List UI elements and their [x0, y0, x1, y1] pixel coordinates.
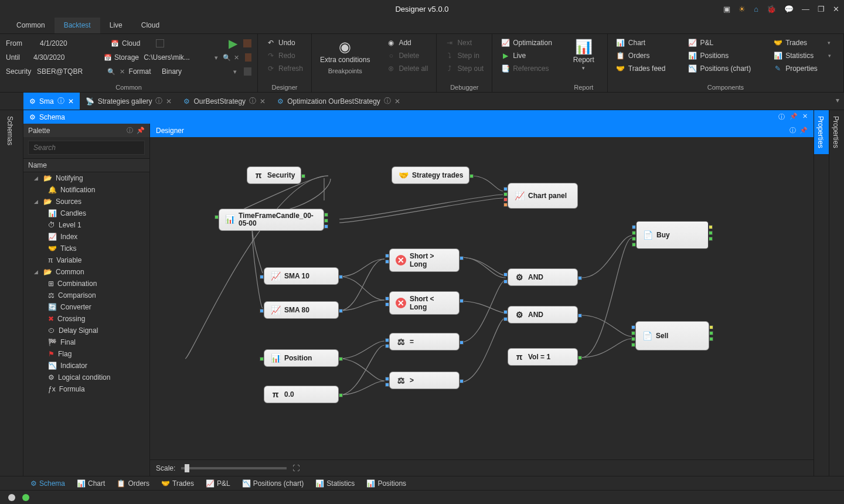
- info-icon[interactable]: ⓘ: [57, 96, 64, 106]
- palette-folder[interactable]: ◢📂Sources: [23, 196, 149, 207]
- node-timeframe[interactable]: 📊 TimeFrameCandle_00-05-00: [219, 209, 324, 231]
- tabs-dropdown-icon[interactable]: ▾: [836, 96, 839, 104]
- node-sma10[interactable]: 📈 SMA 10: [264, 267, 339, 285]
- palette-item[interactable]: 📈Index: [23, 231, 149, 243]
- palette-item[interactable]: ⏲Delay Signal: [23, 325, 149, 336]
- calendar-icon[interactable]: 📅: [104, 53, 112, 62]
- scale-slider[interactable]: [181, 467, 287, 469]
- node-position[interactable]: 📊 Position: [264, 349, 339, 367]
- node-zero[interactable]: π 0.0: [264, 386, 339, 403]
- palette-item[interactable]: ⊞Combination: [23, 278, 149, 290]
- orders-component-button[interactable]: 📋Orders: [614, 49, 668, 62]
- bottom-tab[interactable]: 📈P&L: [201, 478, 235, 489]
- palette-item[interactable]: ⚖Comparison: [23, 290, 149, 301]
- format-input[interactable]: [159, 66, 229, 77]
- info-icon[interactable]: ⓘ: [249, 96, 256, 106]
- tab-cloud[interactable]: Cloud: [132, 18, 169, 33]
- search-icon[interactable]: 🔍: [107, 67, 115, 76]
- palette-item[interactable]: ⏱Level 1: [23, 219, 149, 231]
- doc-tab-sma[interactable]: ⚙ Sma ⓘ ✕: [23, 93, 80, 110]
- live-button[interactable]: ▶Live: [498, 49, 554, 62]
- undo-button[interactable]: ↶Undo: [264, 36, 305, 49]
- color-indicator-2[interactable]: [245, 53, 251, 62]
- node-vol1[interactable]: π Vol = 1: [508, 348, 578, 366]
- step-out-button[interactable]: ⤴Step out: [443, 62, 486, 75]
- palette-item[interactable]: ƒxFormula: [23, 383, 149, 395]
- bottom-tab[interactable]: ⚙Schema: [26, 478, 70, 489]
- properties-side-tab-1[interactable]: Properties: [814, 110, 829, 154]
- close-icon[interactable]: ✕: [166, 97, 172, 105]
- next-button[interactable]: ⇥Next: [443, 36, 486, 49]
- references-button[interactable]: 📑References: [498, 62, 554, 75]
- clear-icon[interactable]: ✕: [233, 53, 240, 62]
- bug-icon[interactable]: 🐞: [767, 5, 776, 13]
- node-sell[interactable]: 📄 Sell: [635, 321, 709, 350]
- node-security[interactable]: π Security: [247, 166, 301, 184]
- doc-tab-gallery[interactable]: 📡 Strategies gallery ⓘ ✕: [80, 93, 178, 110]
- designer-canvas[interactable]: π Security 📊 TimeFrameCandle_00-05-00 📈: [150, 137, 814, 459]
- calendar-icon[interactable]: 📅: [110, 39, 120, 48]
- node-chart-panel[interactable]: 📈 Chart panel: [508, 183, 578, 209]
- security-input[interactable]: [35, 66, 105, 77]
- trades-component-button[interactable]: 🤝Trades▾: [771, 36, 833, 49]
- node-short-gt-long[interactable]: ✕ Short > Long: [389, 248, 460, 272]
- add-breakpoint-button[interactable]: ◉Add: [384, 36, 430, 49]
- palette-item[interactable]: 📉Indicator: [23, 360, 149, 372]
- from-input[interactable]: [38, 38, 108, 49]
- until-input[interactable]: [31, 52, 101, 63]
- report-button[interactable]: 📊 Report ▾: [566, 36, 601, 73]
- extra-conditions-button[interactable]: ◉ Extra conditions: [315, 36, 375, 66]
- node-strategy-trades[interactable]: 🤝 Strategy trades: [392, 166, 469, 184]
- redo-button[interactable]: ↷Redo: [264, 49, 305, 62]
- pin-icon[interactable]: 📌: [799, 127, 808, 134]
- bottom-tab[interactable]: 📋Orders: [112, 478, 154, 489]
- pin-icon[interactable]: 📌: [789, 113, 798, 121]
- properties-component-button[interactable]: ✎Properties: [771, 62, 833, 75]
- dropdown-icon[interactable]: ▾: [213, 53, 220, 62]
- tab-backtest[interactable]: Backtest: [55, 18, 100, 33]
- color-indicator-1[interactable]: [243, 39, 251, 47]
- palette-folder[interactable]: ◢📂Common: [23, 266, 149, 278]
- home-icon[interactable]: ⌂: [754, 5, 758, 13]
- palette-item[interactable]: ✖Crossing: [23, 313, 149, 325]
- play-button[interactable]: ▶: [225, 36, 241, 50]
- status-dot-1[interactable]: [8, 494, 15, 501]
- node-eq[interactable]: ⚖ =: [389, 333, 460, 350]
- palette-search-input[interactable]: [28, 141, 145, 155]
- close-icon[interactable]: ✕: [833, 5, 839, 13]
- palette-item[interactable]: ⚑Flag: [23, 348, 149, 360]
- step-in-button[interactable]: ⤵Step in: [443, 49, 486, 62]
- palette-item[interactable]: 🏁Final: [23, 336, 149, 348]
- positions-chart-button[interactable]: 📉Positions (chart): [685, 62, 753, 75]
- properties-side-tab-2[interactable]: Properties: [829, 110, 844, 154]
- node-and2[interactable]: ⚙ AND: [508, 306, 578, 323]
- bottom-tab[interactable]: 📊Positions: [362, 478, 411, 489]
- refresh-button[interactable]: ⟳Refresh: [264, 62, 305, 75]
- close-icon[interactable]: ✕: [802, 113, 808, 121]
- palette-folder[interactable]: ◢📂Notifying: [23, 172, 149, 184]
- bottom-tab[interactable]: 🤝Trades: [156, 478, 199, 489]
- optimization-button[interactable]: 📈Optimization: [498, 36, 554, 49]
- help-icon[interactable]: ⓘ: [127, 126, 133, 135]
- help-icon[interactable]: ⓘ: [778, 113, 785, 121]
- close-icon[interactable]: ✕: [394, 97, 400, 105]
- palette-item[interactable]: 🔔Notification: [23, 184, 149, 196]
- chart-component-button[interactable]: 📊Chart: [614, 36, 668, 49]
- info-icon[interactable]: ⓘ: [384, 96, 391, 106]
- search-icon[interactable]: 🔍: [223, 53, 231, 62]
- node-short-lt-long[interactable]: ✕ Short < Long: [389, 291, 460, 315]
- positions-component-button[interactable]: 📊Positions: [685, 49, 753, 62]
- doc-tab-ourbest[interactable]: ⚙ OurBestStrategy ⓘ ✕: [178, 93, 271, 110]
- clear-icon[interactable]: ✕: [118, 67, 126, 76]
- delete-breakpoint-button[interactable]: ○Delete: [384, 49, 430, 62]
- palette-item[interactable]: 📊Candles: [23, 207, 149, 219]
- tab-common[interactable]: Common: [7, 18, 55, 33]
- node-and1[interactable]: ⚙ AND: [508, 268, 578, 286]
- bottom-tab[interactable]: 📊Statistics: [311, 478, 359, 489]
- palette-item[interactable]: 🤝Ticks: [23, 243, 149, 254]
- storage-input[interactable]: [141, 52, 210, 63]
- palette-item[interactable]: πVariable: [23, 254, 149, 266]
- cloud-checkbox[interactable]: [156, 39, 164, 47]
- close-icon[interactable]: ✕: [260, 97, 266, 105]
- minimize-icon[interactable]: —: [802, 5, 809, 13]
